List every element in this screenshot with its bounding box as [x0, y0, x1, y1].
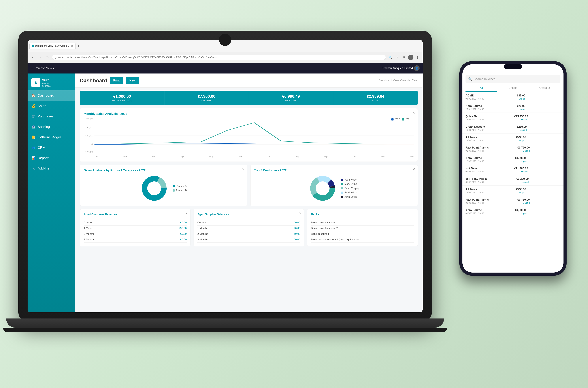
- mobile-container: 🔍 Search Invoices All Unpaid Overdue ACM…: [459, 61, 566, 276]
- mobile-invoice-item[interactable]: Urban Network 16/09/2020 INV 47 €260.00 …: [463, 123, 564, 134]
- invoice-meta: 14/09/2020 INV 46: [466, 139, 484, 142]
- laptop-camera: [219, 34, 231, 46]
- dashboard-icon: 🏠: [31, 93, 36, 98]
- mobile-tab-unpaid[interactable]: Unpaid: [497, 85, 529, 92]
- invoice-arrow-icon: ›: [560, 96, 561, 98]
- invoice-status: Unpaid: [515, 160, 527, 163]
- mobile-invoice-item[interactable]: ACME 05/01/2022 INV 49 €35.00 Unpaid ›: [463, 92, 564, 102]
- customer-mary-color: [341, 183, 343, 185]
- product-donut-close-btn[interactable]: ✕: [242, 167, 245, 171]
- aged-customer-row-1m: 1 Month €35.00: [84, 225, 187, 231]
- invoice-name: Fast Point Alarms: [466, 146, 489, 149]
- user-avatar[interactable]: 👤: [414, 65, 419, 71]
- sidebar: S Surf accountsby lingua 🏠 Dashboard 💰: [27, 73, 75, 312]
- invoice-left: Aero Source 25/01/2022 INV 48: [466, 104, 484, 110]
- sidebar-item-sales[interactable]: 💰 Sales ›: [27, 101, 75, 111]
- invoice-meta: 01/09/2020 INV 44: [466, 202, 489, 204]
- customers-donut-legend: Joe Bloggs Mary Byrne Peter Murphy: [341, 178, 359, 198]
- mobile-invoice-item[interactable]: Aero Source 12/08/2020 INV 43 €4,500.00 …: [463, 154, 564, 165]
- customer-joe-color: [341, 179, 343, 181]
- invoice-right: €9,300.00 Unpaid: [516, 177, 529, 183]
- browser-search-icon[interactable]: 🔍: [388, 55, 393, 60]
- company-name: Bracken Antiques Limited 👤: [382, 65, 419, 71]
- invoice-amount: €799.50: [516, 136, 526, 139]
- invoice-arrow-icon: ›: [560, 158, 561, 161]
- browser-menu-icon[interactable]: ⋮: [415, 55, 420, 60]
- invoice-right: €35.00 Unpaid: [517, 94, 525, 100]
- create-new-label: Create New: [36, 67, 52, 70]
- customer-pauline-color: [341, 192, 343, 194]
- customers-donut-close-btn[interactable]: ✕: [413, 167, 415, 171]
- browser-back-btn[interactable]: ‹: [30, 55, 36, 60]
- laptop-body: Dashboard View | Surf Accou... ✕ + ‹ › ↻…: [18, 31, 432, 321]
- address-bar[interactable]: go.surfaccounts.com/surfboard/SurfBoard.…: [52, 55, 386, 60]
- browser-nav: ‹ › ↻ go.surfaccounts.com/surfboard/Surf…: [27, 52, 423, 63]
- line-chart-section: Monthly Sales Analysis - 2022 ✕ 2022: [80, 108, 418, 162]
- mobile-tab-all[interactable]: All: [466, 85, 497, 92]
- company-name-text: Bracken Antiques Limited: [382, 67, 413, 70]
- sidebar-item-crm[interactable]: 👥 CRM ›: [27, 142, 75, 153]
- line-chart-close-btn[interactable]: ✕: [413, 111, 415, 115]
- add-ins-icon: 🔧: [31, 166, 36, 170]
- create-new-button[interactable]: Create New ▾: [36, 66, 54, 70]
- browser-extensions-icon[interactable]: ⧉: [401, 55, 407, 60]
- sidebar-item-dashboard-label: Dashboard: [38, 94, 54, 97]
- chart-svg: [95, 118, 414, 153]
- invoice-name: Quick Net: [466, 115, 484, 118]
- new-button[interactable]: New: [126, 77, 139, 84]
- invoice-left: ACME 05/01/2022 INV 49: [466, 94, 484, 100]
- browser-tab-close[interactable]: ✕: [71, 45, 73, 48]
- sidebar-logo-text: Surf: [42, 78, 50, 82]
- mobile-invoice-item[interactable]: Quick Net 15/09/2020 INV 45 €15,750.00 U…: [463, 113, 564, 123]
- product-donut-section: Sales Analysis by Product Category - 202…: [80, 165, 247, 206]
- invoice-meta: 05/01/2022 INV 49: [466, 97, 484, 100]
- mobile-tab-overdue[interactable]: Overdue: [529, 85, 561, 92]
- invoice-meta: 01/08/2020 INV 42: [466, 170, 484, 173]
- invoice-name: Aero Source: [466, 104, 484, 108]
- dashboard-view-text: Dashboard View: Calendar Year: [379, 79, 418, 82]
- customer-joe-label: Joe Bloggs: [344, 178, 356, 181]
- browser-bookmark-icon[interactable]: ☆: [394, 55, 400, 60]
- mobile-search-icon: 🔍: [468, 77, 472, 81]
- mobile-invoice-item[interactable]: Aero Source 25/01/2022 INV 48 €29.03 Unp…: [463, 102, 564, 113]
- invoice-meta: 01/09/2020 INV 44: [466, 150, 489, 152]
- invoice-name: Urban Network: [466, 125, 485, 128]
- stat-turnover-label: TURNOVER - AUG: [84, 99, 161, 102]
- browser-forward-btn[interactable]: ›: [37, 55, 43, 60]
- customer-peter-color: [341, 187, 343, 189]
- mobile-invoice-item[interactable]: All Tools 14/09/2020 INV 46 €799.50 Unpa…: [463, 134, 564, 144]
- invoice-amount: €4,500.00: [515, 209, 527, 212]
- reports-icon: 📊: [31, 156, 36, 160]
- sidebar-item-purchases-label: Purchases: [38, 114, 54, 118]
- mobile-invoice-item[interactable]: All Tools 14/09/2020 INV 46 €799.50 Unpa…: [463, 186, 564, 196]
- mobile-invoice-item[interactable]: Aero Source 01/08/2020 INV 43 €4,500.00 …: [463, 206, 564, 217]
- invoice-arrow-icon: ›: [560, 210, 561, 213]
- mobile-invoice-item[interactable]: 1st Today Media 31/07/2020 INV 41 €9,300…: [463, 175, 564, 186]
- sidebar-item-purchases[interactable]: 🛒 Purchases ›: [27, 111, 75, 121]
- mobile-invoice-item[interactable]: Hot Base 01/08/2020 INV 42 €21,480.00 Un…: [463, 165, 564, 175]
- purchases-icon: 🛒: [31, 114, 36, 119]
- mobile-invoice-item[interactable]: Fast Point Alarms 01/09/2020 INV 44 €3,7…: [463, 196, 564, 206]
- mobile-tabs: All Unpaid Overdue: [466, 85, 561, 92]
- mobile-search-bar[interactable]: 🔍 Search Invoices: [466, 75, 561, 83]
- browser-refresh-btn[interactable]: ↻: [45, 55, 50, 60]
- invoice-right: €3,750.00 Unpaid: [517, 198, 530, 204]
- product-b-label: Product B: [176, 189, 187, 192]
- aged-customer-close-btn[interactable]: ✕: [185, 212, 188, 215]
- aged-customer-section: Aged Customer Balances ✕ Current €0.00 1…: [80, 209, 191, 246]
- sidebar-item-reports[interactable]: 📊 Reports: [27, 153, 75, 163]
- browser-new-tab-btn[interactable]: +: [77, 44, 79, 48]
- invoice-status: Unpaid: [517, 108, 525, 110]
- browser-profile-icon[interactable]: [408, 55, 414, 60]
- sidebar-item-general-ledger[interactable]: 📒 General Ledger ›: [27, 132, 75, 142]
- sidebar-item-banking[interactable]: 🏦 Banking ›: [27, 121, 75, 132]
- invoice-arrow-icon: ›: [560, 189, 561, 192]
- mobile-invoice-item[interactable]: Fast Point Alarms 01/09/2020 INV 44 €3,7…: [463, 144, 564, 154]
- hamburger-icon[interactable]: ☰: [31, 66, 33, 70]
- aged-supplier-close-btn[interactable]: ✕: [299, 212, 301, 215]
- browser-tab-title: Dashboard View | Surf Accou...: [35, 45, 69, 47]
- invoice-amount: €9,300.00: [516, 177, 529, 181]
- print-button[interactable]: Print: [110, 77, 123, 84]
- sidebar-item-add-ins[interactable]: 🔧 Add-Ins: [27, 163, 75, 174]
- sidebar-item-dashboard[interactable]: 🏠 Dashboard: [27, 90, 75, 101]
